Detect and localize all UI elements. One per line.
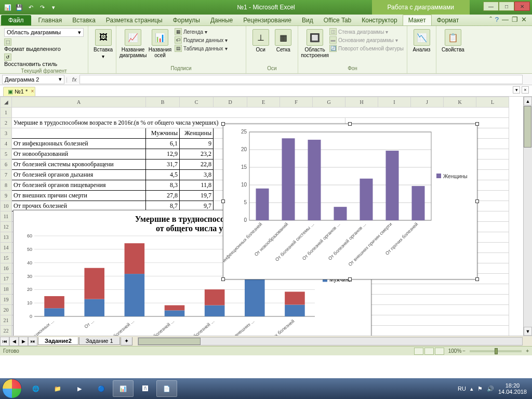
- chart-title-button[interactable]: 📈Название диаграммы: [121, 28, 145, 59]
- tab-view[interactable]: Вид: [297, 15, 318, 25]
- file-tab[interactable]: Файл: [1, 15, 31, 25]
- workbook-min-icon[interactable]: ―: [502, 16, 509, 23]
- new-sheet-tab[interactable]: ✦: [121, 337, 132, 345]
- ie-icon[interactable]: 🌐: [25, 380, 46, 397]
- save-icon[interactable]: 💾: [15, 3, 24, 12]
- row-header[interactable]: 14: [1, 243, 12, 253]
- row-header[interactable]: 20: [1, 305, 12, 315]
- page-layout-view-icon[interactable]: [424, 348, 434, 355]
- col-header[interactable]: H: [345, 97, 378, 108]
- tab-home[interactable]: Главная: [33, 15, 68, 25]
- row-header[interactable]: 9: [1, 191, 12, 201]
- analysis-button[interactable]: 📉Анализ: [411, 28, 432, 54]
- name-box[interactable]: Диаграмма 2▾: [2, 75, 64, 84]
- sheet-tab[interactable]: Задание2: [38, 337, 78, 345]
- tab-review[interactable]: Рецензирование: [238, 15, 297, 25]
- data-labels-button[interactable]: 🏷Подписи данных ▾: [175, 36, 228, 44]
- row-header[interactable]: 2: [1, 118, 12, 128]
- sheet-tab[interactable]: Задание 1: [79, 337, 120, 345]
- row-header[interactable]: 1: [1, 108, 12, 118]
- row-header[interactable]: 12: [1, 222, 12, 232]
- zoom-out-icon[interactable]: −: [462, 348, 466, 354]
- row-header[interactable]: 19: [1, 295, 12, 305]
- embedded-chart-selected[interactable]: 0510152025От инфекционных болезнейОт нов…: [223, 124, 477, 280]
- row-header[interactable]: 13: [1, 232, 12, 243]
- word-icon[interactable]: 📄: [156, 380, 177, 397]
- zoom-level[interactable]: 100%: [448, 348, 462, 354]
- tab-design[interactable]: Конструктор: [356, 15, 402, 25]
- normal-view-icon[interactable]: [414, 348, 423, 355]
- maximize-button[interactable]: □: [499, 2, 514, 11]
- col-header[interactable]: A: [12, 97, 146, 108]
- row-header[interactable]: 16: [1, 263, 12, 274]
- row-header[interactable]: 10: [1, 201, 12, 211]
- fx-icon[interactable]: fx: [72, 76, 77, 83]
- tab-data[interactable]: Данные: [205, 15, 238, 25]
- sheet-nav-first[interactable]: ⏮: [0, 337, 9, 346]
- zoom-slider[interactable]: [470, 350, 522, 352]
- tab-pagelayout[interactable]: Разметка страницы: [101, 15, 168, 25]
- zoom-in-icon[interactable]: +: [526, 348, 529, 354]
- col-header[interactable]: J: [411, 97, 444, 108]
- reset-style-button[interactable]: ↺Восстановить стиль: [4, 54, 84, 67]
- media-player-icon[interactable]: ▶: [69, 380, 90, 397]
- row-header[interactable]: 6: [1, 159, 12, 170]
- clock[interactable]: 18:2014.04.2018: [498, 382, 527, 395]
- row-header[interactable]: 11: [1, 211, 12, 222]
- sheet-nav-next[interactable]: ▶: [19, 337, 28, 346]
- col-header[interactable]: B: [146, 97, 180, 108]
- explorer-icon[interactable]: 📁: [47, 380, 68, 397]
- qat-more-icon[interactable]: ▾: [49, 3, 58, 12]
- page-break-view-icon[interactable]: [435, 348, 444, 355]
- chrome-icon[interactable]: 🔵: [91, 380, 112, 397]
- language-indicator[interactable]: RU: [458, 385, 466, 392]
- tab-insert[interactable]: Вставка: [67, 15, 101, 25]
- doctab-dropdown[interactable]: ▾: [513, 86, 520, 94]
- workbook-close-icon[interactable]: ✕: [521, 16, 527, 23]
- excel-icon[interactable]: 📊: [3, 3, 12, 12]
- data-table-button[interactable]: ▤Таблица данных ▾: [175, 45, 228, 52]
- axis-titles-button[interactable]: 📊Названия осей: [148, 28, 172, 59]
- select-all[interactable]: ◢: [1, 97, 12, 108]
- vertical-scrollbar[interactable]: ▲▼: [523, 97, 532, 336]
- access-icon[interactable]: 🅰: [135, 380, 155, 397]
- workbook-restore-icon[interactable]: ❐: [512, 16, 518, 23]
- row-header[interactable]: 3: [1, 128, 12, 139]
- tab-officetab[interactable]: Office Tab: [318, 15, 357, 25]
- close-button[interactable]: ✕: [514, 2, 530, 11]
- row-header[interactable]: 5: [1, 149, 12, 159]
- doc-tab[interactable]: ▣ №1 *×: [3, 87, 35, 96]
- row-header[interactable]: 22: [1, 326, 12, 336]
- close-doc-icon[interactable]: ×: [31, 88, 34, 94]
- row-header[interactable]: 18: [1, 284, 12, 295]
- redo-icon[interactable]: ↷: [37, 3, 47, 12]
- gridlines-button[interactable]: ▦Сетка: [273, 28, 294, 54]
- start-button[interactable]: [2, 379, 22, 398]
- col-header[interactable]: I: [378, 97, 411, 108]
- tray-up-icon[interactable]: ▴: [470, 385, 473, 392]
- row-header[interactable]: 15: [1, 253, 12, 263]
- excel-taskbar-icon[interactable]: 📊: [113, 380, 134, 397]
- insert-button[interactable]: 🖼Вставка▾: [92, 28, 114, 60]
- row-header[interactable]: 21: [1, 315, 12, 326]
- formula-input[interactable]: [79, 75, 523, 84]
- row-header[interactable]: 4: [1, 139, 12, 149]
- col-header[interactable]: L: [476, 97, 509, 108]
- row-header[interactable]: 8: [1, 180, 12, 191]
- doctab-close[interactable]: ×: [522, 86, 529, 94]
- help-icon[interactable]: ?: [495, 16, 499, 23]
- col-header[interactable]: C: [180, 97, 214, 108]
- minimize-button[interactable]: ―: [483, 2, 499, 11]
- col-header[interactable]: G: [313, 97, 345, 108]
- format-selection-button[interactable]: ⬚Формат выделенного: [4, 38, 84, 52]
- horizontal-scrollbar[interactable]: [138, 337, 523, 345]
- tab-format[interactable]: Формат: [432, 15, 464, 25]
- sheet-nav-prev[interactable]: ◀: [9, 337, 19, 346]
- sheet-nav-last[interactable]: ⏭: [28, 337, 37, 346]
- tab-formulas[interactable]: Формулы: [168, 15, 205, 25]
- flag-icon[interactable]: ⚑: [477, 385, 483, 392]
- properties-button[interactable]: 📋Свойства: [441, 28, 466, 54]
- col-header[interactable]: D: [214, 97, 247, 108]
- row-header[interactable]: 17: [1, 274, 12, 284]
- worksheet[interactable]: ◢ A B C D E F G H I J K L 1 2Умершие в т…: [0, 97, 532, 355]
